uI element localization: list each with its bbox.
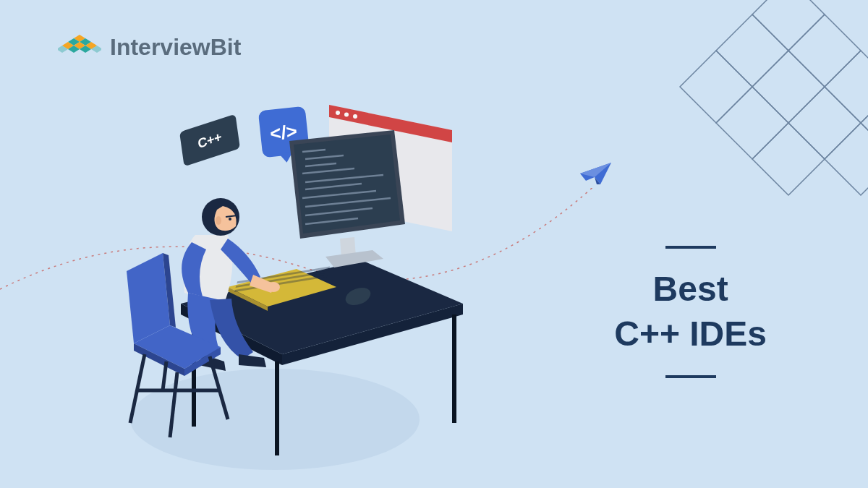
brand-name: InterviewBit xyxy=(110,34,241,61)
svg-point-3 xyxy=(353,114,357,119)
title-dash-top xyxy=(665,246,716,249)
svg-point-21 xyxy=(267,282,280,292)
page-title: Best C++ IDEs xyxy=(614,267,767,357)
svg-point-24 xyxy=(216,216,221,225)
svg-point-2 xyxy=(344,113,349,117)
page-title-block: Best C++ IDEs xyxy=(614,246,767,378)
brand-logo: InterviewBit xyxy=(58,29,241,65)
svg-rect-5 xyxy=(275,361,279,455)
title-line-1: Best xyxy=(614,267,767,312)
title-dash-bottom xyxy=(665,375,716,378)
svg-rect-6 xyxy=(452,314,456,423)
programmer-illustration: C++ </> xyxy=(72,94,477,455)
paper-plane-icon xyxy=(579,159,615,191)
svg-line-26 xyxy=(170,372,177,437)
logo-icon xyxy=(58,29,101,65)
svg-point-23 xyxy=(229,218,231,221)
svg-line-28 xyxy=(163,361,166,390)
title-line-2: C++ IDEs xyxy=(614,312,767,356)
decorative-grid-pattern xyxy=(651,0,868,234)
svg-point-1 xyxy=(336,111,340,115)
